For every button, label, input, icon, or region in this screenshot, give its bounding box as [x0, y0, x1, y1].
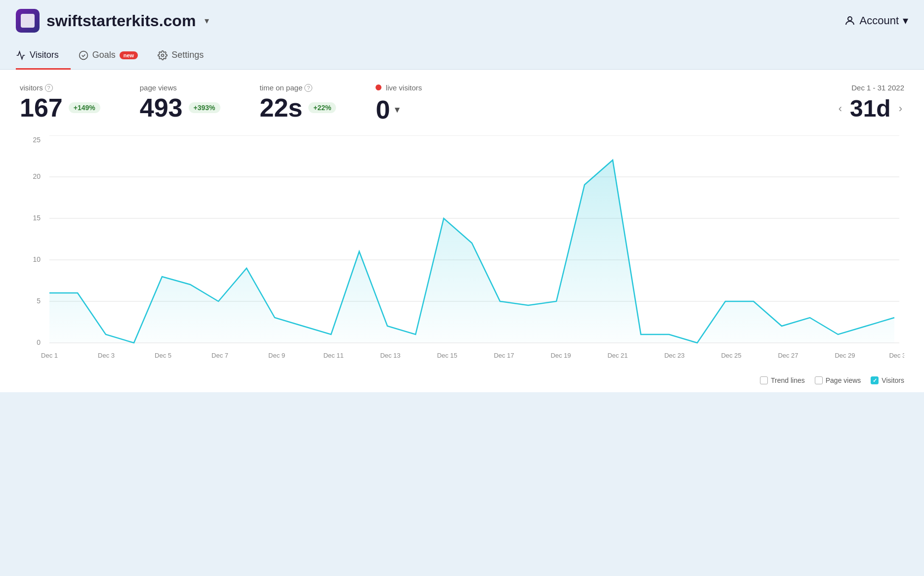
svg-text:5: 5 [37, 297, 41, 305]
svg-text:Dec 13: Dec 13 [380, 352, 400, 359]
visitors-checkbox[interactable] [871, 376, 879, 384]
svg-text:Dec 5: Dec 5 [155, 352, 171, 359]
stat-visitors-label: visitors ? [20, 83, 100, 92]
svg-text:10: 10 [33, 255, 41, 263]
stat-visitors-value: 167 +149% [20, 95, 100, 121]
tabs-bar: Visitors Goals new Settings [0, 41, 924, 70]
stat-live-visitors: live visitors 0 ▾ [376, 83, 422, 124]
account-icon [844, 15, 856, 27]
svg-text:Dec 11: Dec 11 [323, 352, 343, 359]
svg-text:Dec 7: Dec 7 [211, 352, 228, 359]
tab-goals[interactable]: Goals new [79, 42, 150, 70]
site-dropdown-chevron[interactable]: ▾ [205, 15, 209, 26]
account-chevron: ▾ [903, 14, 908, 27]
date-range: Dec 1 - 31 2022 ‹ 31d › [837, 83, 904, 122]
svg-text:20: 20 [33, 172, 41, 180]
live-chevron-icon[interactable]: ▾ [395, 104, 399, 115]
page-views-checkbox[interactable] [815, 376, 823, 384]
chart-wrapper: 0 5 10 15 20 25 Dec 1 Dec 3 Dec 5 Dec 7 … [20, 135, 904, 363]
tab-goals-label: Goals [92, 50, 116, 60]
svg-text:Dec 31: Dec 31 [889, 352, 904, 359]
svg-text:Dec 19: Dec 19 [550, 352, 571, 359]
svg-text:Dec 23: Dec 23 [664, 352, 684, 359]
svg-text:0: 0 [37, 338, 41, 346]
stats-area: visitors ? 167 +149% page views 493 +393… [0, 70, 924, 130]
svg-point-1 [162, 54, 164, 56]
stat-time-label: time on page ? [260, 83, 336, 92]
svg-text:25: 25 [33, 136, 41, 144]
visitors-badge: +149% [69, 102, 100, 113]
chart-container: 0 5 10 15 20 25 Dec 1 Dec 3 Dec 5 Dec 7 … [0, 130, 924, 372]
stat-pageviews-value: 493 +393% [140, 95, 220, 121]
pageviews-badge: +393% [189, 102, 220, 113]
tab-visitors-label: Visitors [30, 50, 59, 60]
trend-lines-checkbox[interactable] [760, 376, 768, 384]
page-views-legend-label: Page views [826, 376, 861, 384]
header-left: swiftstarterkits.com ▾ [16, 9, 209, 33]
stat-pageviews: page views 493 +393% [140, 83, 220, 121]
visitors-tab-icon [16, 50, 26, 60]
tab-settings[interactable]: Settings [158, 42, 215, 70]
svg-point-0 [848, 17, 852, 21]
legend-visitors[interactable]: Visitors [871, 376, 904, 384]
svg-text:Dec 17: Dec 17 [494, 352, 514, 359]
date-prev-button[interactable]: ‹ [837, 102, 844, 115]
stat-visitors: visitors ? 167 +149% [20, 83, 100, 121]
goals-tab-icon [79, 50, 88, 60]
tab-settings-label: Settings [171, 50, 204, 60]
date-control: ‹ 31d › [837, 95, 904, 122]
svg-text:Dec 15: Dec 15 [437, 352, 457, 359]
settings-tab-icon [158, 50, 168, 60]
svg-text:Dec 29: Dec 29 [835, 352, 855, 359]
stat-time-value: 22s +22% [260, 95, 336, 121]
stat-pageviews-label: page views [140, 83, 220, 92]
svg-text:Dec 21: Dec 21 [607, 352, 628, 359]
chart-legend: Trend lines Page views Visitors [0, 372, 924, 392]
svg-text:Dec 25: Dec 25 [721, 352, 741, 359]
time-help-icon[interactable]: ? [304, 84, 312, 92]
date-range-label: Dec 1 - 31 2022 [851, 83, 904, 92]
live-dot-icon [376, 84, 381, 90]
svg-text:15: 15 [33, 214, 41, 222]
live-visitors-value: 0 ▾ [376, 95, 422, 124]
date-next-button[interactable]: › [897, 102, 904, 115]
account-button[interactable]: Account ▾ [844, 14, 909, 27]
site-logo[interactable] [16, 9, 40, 33]
tab-visitors[interactable]: Visitors [16, 42, 71, 70]
time-badge: +22% [308, 102, 336, 113]
svg-marker-30 [49, 160, 894, 343]
visitors-legend-label: Visitors [882, 376, 904, 384]
header: swiftstarterkits.com ▾ Account ▾ [0, 0, 924, 41]
svg-text:Dec 27: Dec 27 [778, 352, 798, 359]
site-title: swiftstarterkits.com [46, 12, 196, 30]
visitors-help-icon[interactable]: ? [45, 84, 53, 92]
trend-lines-label: Trend lines [771, 376, 805, 384]
stats-group: visitors ? 167 +149% page views 493 +393… [20, 83, 422, 124]
svg-text:Dec 3: Dec 3 [98, 352, 115, 359]
visitors-chart: 0 5 10 15 20 25 Dec 1 Dec 3 Dec 5 Dec 7 … [20, 135, 904, 363]
legend-page-views[interactable]: Page views [815, 376, 861, 384]
svg-text:Dec 9: Dec 9 [268, 352, 285, 359]
stat-time-on-page: time on page ? 22s +22% [260, 83, 336, 121]
legend-trend-lines[interactable]: Trend lines [760, 376, 805, 384]
live-visitors-label: live visitors [376, 83, 422, 92]
goals-badge: new [120, 51, 138, 59]
svg-text:Dec 1: Dec 1 [41, 352, 58, 359]
date-range-value: 31d [850, 95, 891, 122]
account-label: Account [860, 14, 899, 27]
